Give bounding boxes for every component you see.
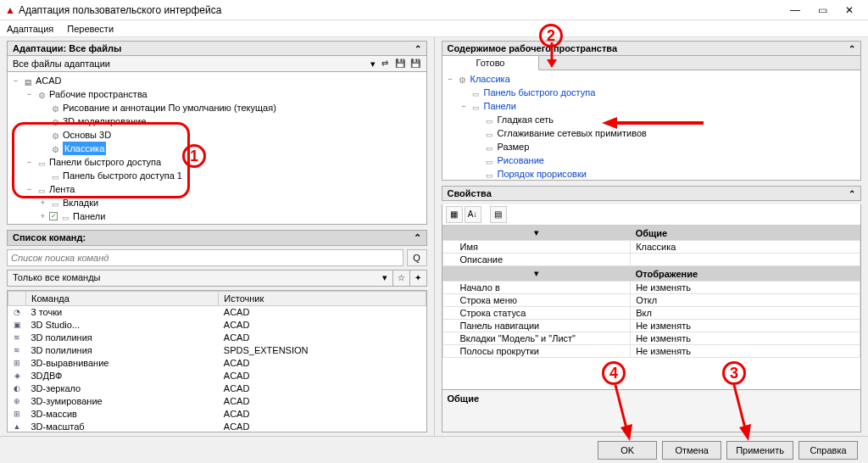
close-button[interactable]: ✕ [836,0,863,20]
command-row[interactable]: ⊞3D-выравниваниеACAD [8,357,426,370]
expand-icon[interactable]: ▾ [442,266,631,282]
tree-ws-draw[interactable]: Рисование и аннотации По умолчанию (теку… [63,101,276,114]
transfer-icon[interactable]: ⇄ [379,58,391,70]
saveas-icon[interactable]: 💾 [409,58,421,70]
ws-tree-p2[interactable]: Сглаживание сетевых примитивов [498,126,647,140]
properties-header[interactable]: Свойства ⌃ [442,186,862,201]
tree-qat[interactable]: Панели быстрого доступа [49,155,161,169]
tree-qat1[interactable]: Панель быстрого доступа 1 [63,169,182,182]
search-icon[interactable]: Q [407,249,427,266]
collapse-icon[interactable]: ⌃ [415,44,421,53]
command-row[interactable]: ≋3D полилинияSPDS_EXTENSION [8,344,426,357]
dialog-footer: OK Отмена Применить Справка [0,436,868,463]
command-table[interactable]: Команда Источник ◔3 точкиACAD▣3D Studio.… [7,290,427,432]
ws-tree-p4[interactable]: Рисование [498,153,544,167]
prop-status-val[interactable]: Вкл [631,307,860,320]
menu-adapt[interactable]: Адаптация [7,24,53,34]
workspace-tree[interactable]: −Классика Панель быстрого доступа −Панел… [442,70,862,181]
collapse-icon[interactable]: ⌃ [414,232,421,243]
tree-panels[interactable]: Панели [73,209,105,223]
prop-nav-val[interactable]: Не изменять [631,320,860,332]
minimize-button[interactable]: — [782,0,809,20]
command-icon: ▲ [8,421,26,433]
maximize-button[interactable]: ▭ [809,0,836,20]
command-source: ACAD [219,395,426,408]
command-row[interactable]: ▲3D-масштабACAD [8,421,426,433]
app-icon: ▲ [5,4,15,16]
combo-dropdown-icon[interactable]: ▾ [370,59,376,70]
tree-workspaces[interactable]: Рабочие пространства [49,87,147,101]
folder-icon [484,114,496,125]
ws-tree-p1[interactable]: Гладкая сеть [498,113,554,126]
ok-button[interactable]: OK [598,441,657,460]
filter-icon[interactable]: ☆ [393,270,410,287]
prop-start-key: Начало в [442,282,631,294]
tree-tabs[interactable]: Вкладки [63,196,98,209]
folder-icon [470,87,482,98]
prop-menubar-key: Строка меню [442,294,631,307]
cancel-button[interactable]: Отмена [662,441,721,460]
cmd-search-input[interactable] [7,249,403,266]
th-source[interactable]: Источник [219,292,426,306]
tree-ws-classic[interactable]: Классика [63,142,106,155]
adaptations-tree[interactable]: −▤ACAD −Рабочие пространства Рисование и… [7,72,427,225]
ws-tree-root[interactable]: Классика [470,72,510,86]
command-name: 3D-выравнивание [26,357,219,370]
properties-grid[interactable]: ▾Общие ИмяКлассика Описание ▾Отображение… [442,226,861,358]
command-row[interactable]: ⊞3D-массивACAD [8,408,426,421]
prop-name-key: Имя [442,241,631,254]
tree-ws-base3d[interactable]: Основы 3D [63,128,111,142]
tab-ready[interactable]: Готово [442,56,540,70]
categorize-icon[interactable]: ▦ [446,206,463,223]
props-icon[interactable]: ▤ [490,206,507,223]
prop-tabs-val[interactable]: Не изменять [631,332,860,345]
apply-button[interactable]: Применить [726,441,793,460]
gear-icon [49,130,61,140]
prop-scroll-val[interactable]: Не изменять [631,345,860,358]
tree-ws-3d[interactable]: 3D-моделирование [63,114,146,128]
window-title: Адаптация пользовательского интерфейса [19,4,222,16]
ws-tree-qat[interactable]: Панель быстрого доступа [484,86,596,99]
ws-tree-p3[interactable]: Размер [498,140,530,153]
ws-tree-p5[interactable]: Порядок прорисовки [498,167,587,181]
collapse-icon[interactable]: ⌃ [849,189,855,198]
th-command[interactable]: Команда [26,292,219,306]
command-name: 3D полилиния [26,344,219,357]
workspace-content-header[interactable]: Содержимое рабочего пространства ⌃ [442,41,862,56]
prop-name-val[interactable]: Классика [631,241,860,254]
cmd-filter-combo[interactable]: Только все команды▾ [7,270,393,287]
command-name: 3 точки [26,306,219,319]
prop-desc-val[interactable] [631,254,860,266]
collapse-icon[interactable]: ⌃ [849,44,855,53]
command-row[interactable]: ◔3 точкиACAD [8,306,426,319]
gear-icon [49,103,61,113]
props-description: Общие [442,389,861,432]
prop-tabs-key: Вкладки "Модель" и "Лист" [442,332,631,345]
save-icon[interactable]: 💾 [394,58,406,70]
expand-icon[interactable]: ▾ [442,226,631,241]
adaptations-toolbar: Все файлы адаптации ▾ ⇄ 💾 💾 [7,56,427,72]
prop-start-val[interactable]: Не изменять [631,282,860,294]
props-toolbar: ▦ A↓ ▤ [442,204,861,226]
filter-icon-2[interactable]: ✦ [410,270,427,287]
command-row[interactable]: ◈3DДВФACAD [8,370,426,382]
adapt-combo[interactable]: Все файлы адаптации [13,59,367,69]
help-button[interactable]: Справка [798,441,858,460]
adaptations-header[interactable]: Адаптации: Все файлы ⌃ [7,41,427,56]
gear-icon [457,74,469,84]
prop-menubar-val[interactable]: Откл [631,294,860,307]
props-desc-title: Общие [448,393,480,404]
command-row[interactable]: ≋3D полилинияACAD [8,332,426,344]
ws-tree-panels[interactable]: Панели [484,99,516,113]
command-row[interactable]: ⊕3D-зумированиеACAD [8,395,426,408]
checkbox-icon[interactable]: ✓ [49,212,58,220]
tree-menu[interactable]: Меню [59,223,85,225]
menu-translate[interactable]: Перевести [67,24,114,34]
az-sort-icon[interactable]: A↓ [465,206,481,223]
tree-ribbon[interactable]: Лента [49,182,75,196]
command-row[interactable]: ▣3D Studio...ACAD [8,319,426,332]
tree-acad[interactable]: ACAD [36,74,62,87]
cmdlist-title: Список команд: [13,232,86,243]
command-icon: ⊕ [8,395,26,408]
command-row[interactable]: ◐3D-зеркалоACAD [8,382,426,395]
